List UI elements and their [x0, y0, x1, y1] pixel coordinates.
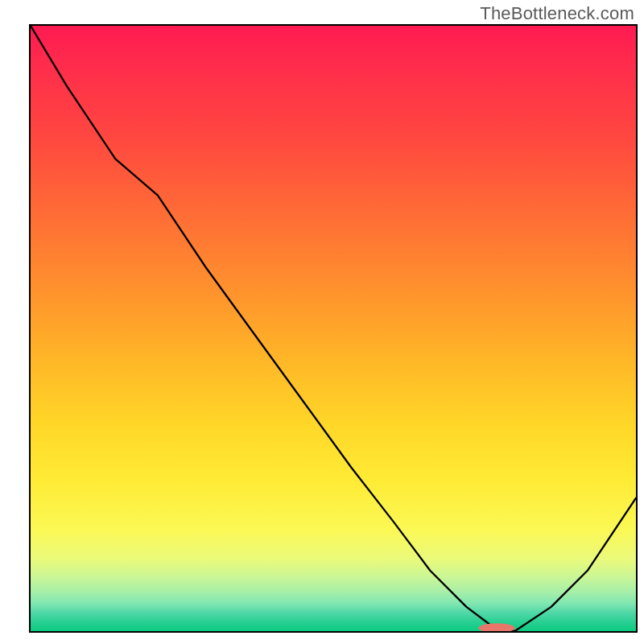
plot-area — [29, 24, 638, 633]
bottleneck-curve — [31, 26, 636, 631]
chart-frame: TheBottleneck.com — [0, 0, 644, 644]
curve-layer — [31, 26, 636, 631]
watermark-text: TheBottleneck.com — [480, 3, 634, 24]
optimal-marker — [478, 623, 514, 631]
